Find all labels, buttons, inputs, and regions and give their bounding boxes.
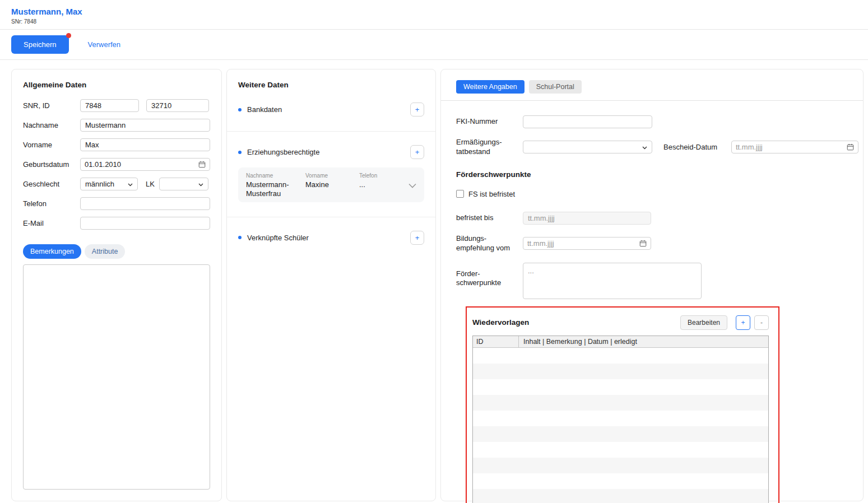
nachname-label: Nachname <box>23 121 80 129</box>
bildungsempfehlung-input[interactable] <box>523 237 651 250</box>
lk-label: LK <box>146 180 155 188</box>
wiedervorlagen-add-button[interactable]: + <box>736 315 750 330</box>
geburtsdatum-row: Geburtsdatum <box>23 158 210 171</box>
weitere-daten-title: Weitere Daten <box>227 69 435 89</box>
chevron-down-icon <box>642 143 647 151</box>
table-row <box>473 489 768 503</box>
bildungsempfehlung-value[interactable] <box>527 239 636 248</box>
befristet-bis-input[interactable] <box>523 212 651 225</box>
geburtsdatum-label: Geburtsdatum <box>23 160 80 169</box>
tab-bemerkungen[interactable]: Bemerkungen <box>23 244 81 259</box>
guardian-vorname-value: Maxine <box>305 180 359 189</box>
email-label: E-Mail <box>23 219 80 227</box>
foerder-label: Förder- schwerpunkte <box>456 269 523 288</box>
calendar-icon[interactable] <box>639 240 647 247</box>
weitere-daten-panel: Weitere Daten Bankdaten + Erziehungsbere… <box>226 69 436 501</box>
bankdaten-label: Bankdaten <box>247 105 410 114</box>
lk-select[interactable] <box>159 178 208 190</box>
erziehungsberechtigte-section: Erziehungsberechtigte + Nachname Musterm… <box>227 132 435 217</box>
column-header-id: ID <box>473 336 519 347</box>
wiedervorlagen-table-header: ID Inhalt | Bemerkung | Datum | erledigt <box>473 336 768 348</box>
wiedervorlagen-edit-button[interactable]: Bearbeiten <box>680 315 727 330</box>
bullet-icon <box>238 151 242 154</box>
wiedervorlagen-remove-button[interactable]: - <box>754 315 769 330</box>
guardian-nachname-label: Nachname <box>246 173 305 179</box>
id-input[interactable] <box>146 99 209 112</box>
unsaved-changes-dot <box>66 33 71 38</box>
guardian-vorname-label: Vorname <box>305 173 359 179</box>
bullet-icon <box>238 236 242 239</box>
tab-schul-portal[interactable]: Schul-Portal <box>529 80 582 94</box>
befristet-bis-label: befristet bis <box>456 213 523 223</box>
save-button[interactable]: Speichern <box>11 35 69 54</box>
geburtsdatum-input[interactable] <box>80 158 210 171</box>
page-subtitle: SNr: 7848 <box>11 18 857 25</box>
general-data-panel: Allgemeine Daten SNR, ID Nachname Vornam… <box>11 69 222 501</box>
guardian-vorname-column: Vorname Maxine <box>305 173 359 189</box>
add-bankdaten-button[interactable]: + <box>410 103 424 117</box>
chevron-down-icon <box>128 180 133 188</box>
bescheid-datum-label: Bescheid-Datum <box>663 143 731 151</box>
save-button-label: Speichern <box>24 40 57 49</box>
details-panel: Weitere Angaben Schul-Portal FKI-Nummer … <box>440 69 864 501</box>
add-verknuepfte-schueler-button[interactable]: + <box>410 231 424 245</box>
bescheid-datum-input[interactable] <box>731 141 858 153</box>
calendar-icon[interactable] <box>198 161 206 168</box>
telefon-input[interactable] <box>80 197 210 210</box>
foerderschwerpunkte-heading: Förderschwerpunkte <box>456 170 863 179</box>
snr-input[interactable] <box>80 99 139 112</box>
foerder-row: Förder- schwerpunkte ... <box>456 263 863 299</box>
bullet-icon <box>238 108 242 111</box>
table-row <box>473 426 768 442</box>
ermaessigung-label: Ermäßigungs- tatbestand <box>456 138 523 157</box>
fs-befristet-checkbox[interactable] <box>456 190 464 198</box>
add-erziehungsberechtigte-button[interactable]: + <box>410 145 424 159</box>
table-row <box>473 411 768 426</box>
fs-befristet-row: FS ist befristet <box>456 190 863 198</box>
tab-attribute[interactable]: Attribute <box>85 244 126 259</box>
bescheid-datum-value[interactable] <box>736 143 843 151</box>
nachname-input[interactable] <box>80 119 210 132</box>
ermaessigung-select[interactable] <box>523 141 652 153</box>
vorname-input[interactable] <box>80 138 210 151</box>
bildungsempfehlung-row: Bildungs- empfehlung vom <box>456 234 863 253</box>
table-row <box>473 458 768 473</box>
toolbar: Speichern Verwerfen <box>0 30 868 60</box>
vorname-label: Vorname <box>23 141 80 149</box>
chevron-down-icon <box>198 180 203 188</box>
geschlecht-selected-value: männlich <box>85 180 114 188</box>
table-row <box>473 364 768 379</box>
guardian-nachname-value: Mustermann-Musterfrau <box>246 180 305 199</box>
ermaessigung-row: Ermäßigungs- tatbestand Bescheid-Datum <box>456 138 863 157</box>
fs-befristet-label: FS ist befristet <box>468 190 515 198</box>
bemerkungen-textarea[interactable] <box>23 264 210 490</box>
calendar-icon[interactable] <box>847 143 854 151</box>
fki-input[interactable] <box>523 115 652 128</box>
main-content: Allgemeine Daten SNR, ID Nachname Vornam… <box>0 60 868 502</box>
snr-id-row: SNR, ID <box>23 99 210 112</box>
page-header: Mustermann, Max SNr: 7848 <box>0 0 868 30</box>
discard-link[interactable]: Verwerfen <box>88 40 121 49</box>
telefon-label: Telefon <box>23 199 80 208</box>
notes-tabs: Bemerkungen Attribute <box>23 244 210 259</box>
guardian-telefon-value: ... <box>359 180 409 189</box>
wiedervorlagen-header: Wiedervorlagen Bearbeiten + - <box>472 315 769 330</box>
page-title: Mustermann, Max <box>11 7 857 16</box>
table-row <box>473 395 768 411</box>
geschlecht-select[interactable]: männlich <box>80 178 138 190</box>
guardian-telefon-column: Telefon ... <box>359 173 409 189</box>
bildungsempfehlung-label: Bildungs- empfehlung vom <box>456 234 523 253</box>
foerder-textarea[interactable]: ... <box>523 263 702 299</box>
table-row <box>473 379 768 395</box>
table-row <box>473 348 768 364</box>
annotation-highlight-wiedervorlagen: Wiedervorlagen Bearbeiten + - ID Inhalt … <box>466 306 779 503</box>
geburtsdatum-value[interactable] <box>85 160 195 169</box>
geschlecht-label: Geschlecht <box>23 180 80 188</box>
column-header-content: Inhalt | Bemerkung | Datum | erledigt <box>519 336 768 347</box>
befristet-bis-row: befristet bis <box>456 212 863 225</box>
table-row <box>473 442 768 458</box>
email-input[interactable] <box>80 217 210 230</box>
guardian-card[interactable]: Nachname Mustermann-Musterfrau Vorname M… <box>238 167 424 202</box>
expand-chevron-icon[interactable] <box>409 183 416 188</box>
tab-weitere-angaben[interactable]: Weitere Angaben <box>456 80 524 94</box>
